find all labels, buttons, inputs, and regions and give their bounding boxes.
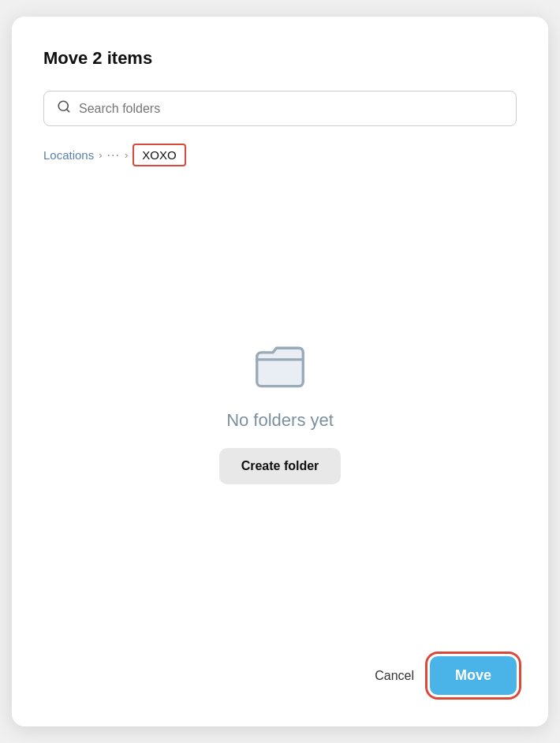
empty-folder-icon (252, 339, 308, 396)
empty-state: No folders yet Create folder (43, 190, 517, 633)
footer-actions: Cancel Move (43, 648, 517, 695)
no-folders-message: No folders yet (226, 410, 334, 431)
breadcrumb: Locations › ··· › XOXO (43, 144, 517, 166)
search-container (43, 91, 517, 126)
move-button[interactable]: Move (430, 656, 517, 695)
create-folder-button[interactable]: Create folder (219, 448, 342, 484)
breadcrumb-chevron-icon-2: › (125, 149, 128, 161)
modal-title: Move 2 items (43, 48, 517, 69)
breadcrumb-chevron-icon: › (99, 149, 102, 161)
breadcrumb-current-folder: XOXO (133, 144, 185, 166)
svg-line-1 (66, 109, 69, 111)
move-items-modal: Move 2 items Locations › ··· › XOXO No f… (12, 17, 548, 726)
breadcrumb-ellipsis[interactable]: ··· (107, 148, 120, 162)
breadcrumb-locations[interactable]: Locations (43, 148, 94, 162)
search-input[interactable] (79, 102, 503, 116)
search-icon (57, 99, 71, 118)
cancel-button[interactable]: Cancel (375, 669, 414, 683)
